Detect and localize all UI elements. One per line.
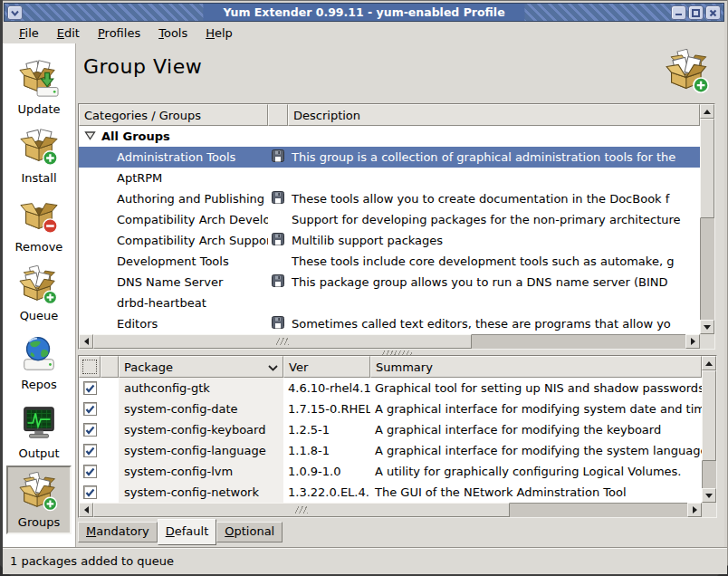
- scrollbar-corner: [702, 503, 716, 517]
- package-vertical-scrollbar[interactable]: [702, 356, 716, 503]
- package-checkbox-checked[interactable]: [83, 402, 97, 416]
- status-bar: 1 packages added to queue: [3, 547, 727, 574]
- package-header-row: Package Ver Summary: [79, 356, 702, 378]
- scrollbar-thumb[interactable]: [702, 370, 716, 461]
- menu-profiles[interactable]: Profiles: [90, 24, 148, 42]
- scroll-right-button[interactable]: [687, 503, 702, 517]
- scrollbar-thumb[interactable]: [93, 334, 472, 349]
- sidebar-item-remove[interactable]: Remove: [6, 190, 72, 259]
- scroll-right-button[interactable]: [685, 334, 700, 349]
- package-row[interactable]: system-config-keyboard 1.2.5-1 A graphic…: [79, 419, 702, 440]
- sidebar-item-label: Groups: [18, 515, 60, 529]
- expander-open-icon[interactable]: [84, 130, 96, 143]
- tree-row-editors[interactable]: Editors Sometimes called text editors, t…: [79, 313, 700, 334]
- window-title: Yum Extender 0.99.11 - yum-enabled Profi…: [223, 5, 504, 19]
- scrollbar-thumb[interactable]: [700, 119, 714, 218]
- column-header-icon[interactable]: [268, 104, 288, 126]
- column-header-select[interactable]: [79, 356, 101, 378]
- package-checkbox-checked[interactable]: [83, 465, 97, 478]
- arrow-right-icon: [691, 338, 695, 345]
- scroll-left-button[interactable]: [79, 334, 93, 349]
- menu-tools[interactable]: Tools: [150, 24, 196, 42]
- sidebar-item-label: Install: [21, 171, 56, 185]
- package-row[interactable]: system-config-date 1.7.15-0.RHEL4.1 A gr…: [79, 398, 702, 419]
- column-header-ver[interactable]: Ver: [283, 356, 370, 378]
- column-header-status[interactable]: [101, 356, 119, 378]
- menu-edit[interactable]: Edit: [49, 24, 88, 42]
- tab-mandatory[interactable]: Mandatory: [78, 522, 158, 542]
- package-checkbox-checked[interactable]: [83, 444, 97, 457]
- tree-row-aptrpm[interactable]: AptRPM: [79, 168, 700, 188]
- tab-default[interactable]: Default: [158, 519, 217, 545]
- scroll-down-button[interactable]: [700, 320, 714, 334]
- arrow-up-icon: [705, 361, 713, 366]
- group-tree-pane: Categories / Groups Description All Grou…: [78, 103, 715, 350]
- floppy-disk-icon: [272, 316, 284, 331]
- tree-row-authoring-publishing[interactable]: Authoring and Publishing These tools all…: [79, 188, 700, 209]
- minimize-button[interactable]: [671, 5, 686, 20]
- close-icon: [709, 9, 717, 17]
- arrow-right-icon: [693, 506, 697, 514]
- sidebar-item-output[interactable]: Output: [6, 397, 72, 466]
- tree-row-development-tools[interactable]: Development Tools These tools include co…: [79, 251, 700, 272]
- arrow-up-icon: [704, 110, 711, 114]
- sidebar-item-label: Repos: [21, 378, 56, 391]
- package-row[interactable]: system-config-network 1.3.22.0.EL.4.1-1 …: [79, 482, 702, 503]
- update-box-icon: [18, 59, 60, 101]
- menu-help[interactable]: Help: [197, 24, 241, 42]
- tree-row-dns-name-server[interactable]: DNS Name Server This package group allow…: [79, 272, 700, 293]
- title-text-background: Yum Extender 0.99.11 - yum-enabled Profi…: [203, 4, 524, 21]
- sidebar-item-update[interactable]: Update: [6, 53, 72, 121]
- close-button[interactable]: [705, 5, 721, 20]
- scroll-up-button[interactable]: [702, 356, 716, 370]
- column-header-package[interactable]: Package: [119, 356, 283, 378]
- tree-row-drbd-heartbeat[interactable]: drbd-heartbeat: [79, 293, 700, 313]
- tree-vertical-scrollbar[interactable]: [700, 104, 714, 334]
- sidebar-item-groups[interactable]: Groups: [6, 466, 72, 534]
- floppy-disk-icon: [272, 233, 284, 248]
- groups-boxes-icon: [18, 472, 60, 514]
- column-header-summary[interactable]: Summary: [370, 356, 702, 378]
- menu-file[interactable]: File: [11, 24, 47, 42]
- column-header-categories-groups[interactable]: Categories / Groups: [79, 104, 268, 126]
- window-menu-button[interactable]: [7, 5, 23, 20]
- status-message: 1 packages added to queue: [10, 554, 174, 568]
- package-row[interactable]: system-config-language 1.1.8-1 A graphic…: [79, 440, 702, 461]
- scroll-up-button[interactable]: [700, 104, 714, 119]
- package-checkbox-checked[interactable]: [83, 381, 97, 395]
- package-table-pane: Package Ver Summary authconfig-gtk 4.6.1…: [78, 355, 717, 518]
- scroll-down-button[interactable]: [702, 488, 716, 503]
- scrollbar-thumb[interactable]: [93, 503, 510, 517]
- arrow-down-icon: [704, 325, 711, 330]
- scrollbar-corner: [700, 334, 714, 349]
- output-monitor-icon: [18, 403, 60, 446]
- tree-horizontal-scrollbar[interactable]: [79, 334, 700, 349]
- package-row[interactable]: authconfig-gtk 4.6.10-rhel4.1 Graphical …: [79, 378, 702, 398]
- tree-row-administration-tools[interactable]: Administration Tools This group is a col…: [79, 147, 700, 168]
- page-title: Group View: [83, 55, 202, 78]
- column-header-description[interactable]: Description: [288, 104, 700, 126]
- scroll-left-button[interactable]: [79, 503, 93, 517]
- sidebar-item-install[interactable]: Install: [6, 121, 72, 190]
- minimize-icon: [675, 9, 683, 16]
- package-checkbox-checked[interactable]: [83, 485, 97, 499]
- chevron-down-icon: [11, 10, 19, 16]
- maximize-button[interactable]: [688, 5, 704, 20]
- tree-row-all-groups[interactable]: All Groups: [79, 126, 700, 147]
- menu-bar: File Edit Profiles Tools Help: [4, 23, 724, 43]
- repos-globe-icon: [18, 334, 60, 377]
- tab-optional[interactable]: Optional: [216, 522, 283, 542]
- title-bar[interactable]: Yum Extender 0.99.11 - yum-enabled Profi…: [4, 3, 724, 22]
- maximize-icon: [692, 9, 700, 17]
- floppy-disk-icon: [272, 149, 284, 165]
- package-row[interactable]: system-config-lvm 1.0.9-1.0 A utility fo…: [79, 461, 702, 482]
- package-horizontal-scrollbar[interactable]: [79, 503, 702, 517]
- arrow-down-icon: [705, 494, 713, 498]
- package-checkbox-checked[interactable]: [83, 423, 97, 437]
- sidebar-item-queue[interactable]: Queue: [6, 259, 72, 328]
- sidebar-item-repos[interactable]: Repos: [6, 328, 72, 397]
- window-border-top: [0, 0, 728, 1]
- tree-row-compat-arch-support[interactable]: Compatibility Arch Support Multilib supp…: [79, 230, 700, 251]
- tree-header-row: Categories / Groups Description: [79, 104, 700, 126]
- tree-row-compat-arch-dev-support[interactable]: Compatibility Arch Development Support S…: [79, 209, 700, 230]
